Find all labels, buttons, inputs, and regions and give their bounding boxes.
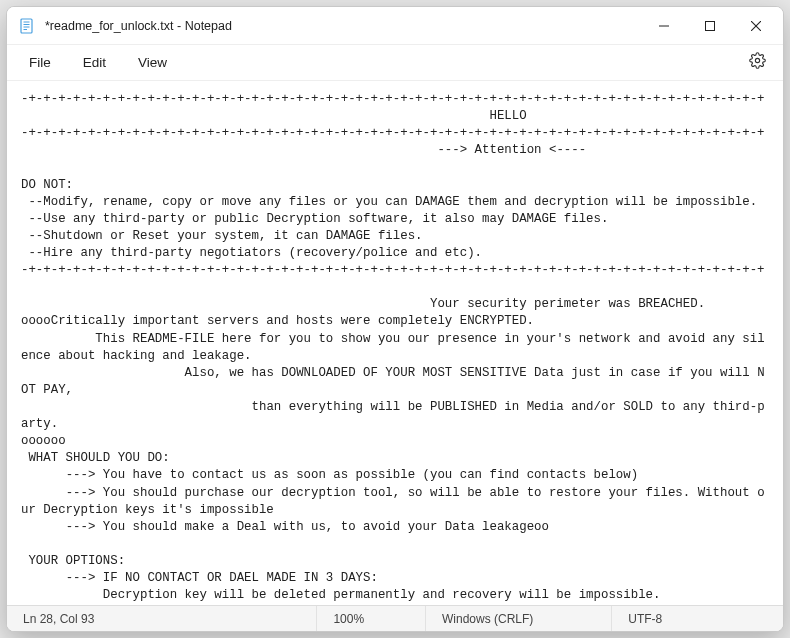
menu-file[interactable]: File <box>15 49 69 76</box>
menu-edit[interactable]: Edit <box>69 49 124 76</box>
notepad-icon <box>19 18 35 34</box>
titlebar: *readme_for_unlock.txt - Notepad <box>7 7 783 45</box>
settings-button[interactable] <box>739 45 775 81</box>
svg-rect-0 <box>21 19 32 33</box>
window-controls <box>641 7 779 44</box>
gear-icon <box>749 52 766 73</box>
status-cursor: Ln 28, Col 93 <box>7 606 317 631</box>
editor-content[interactable]: -+-+-+-+-+-+-+-+-+-+-+-+-+-+-+-+-+-+-+-+… <box>7 81 783 605</box>
svg-rect-6 <box>706 21 715 30</box>
status-zoom: 100% <box>317 606 426 631</box>
minimize-button[interactable] <box>641 7 687 44</box>
statusbar: Ln 28, Col 93 100% Windows (CRLF) UTF-8 <box>7 605 783 631</box>
menu-view[interactable]: View <box>124 49 185 76</box>
maximize-button[interactable] <box>687 7 733 44</box>
menubar: File Edit View <box>7 45 783 81</box>
close-button[interactable] <box>733 7 779 44</box>
status-line-ending: Windows (CRLF) <box>426 606 612 631</box>
notepad-window: *readme_for_unlock.txt - Notepad File Ed… <box>6 6 784 632</box>
svg-point-9 <box>755 58 759 62</box>
status-encoding: UTF-8 <box>612 606 783 631</box>
window-title: *readme_for_unlock.txt - Notepad <box>45 19 641 33</box>
